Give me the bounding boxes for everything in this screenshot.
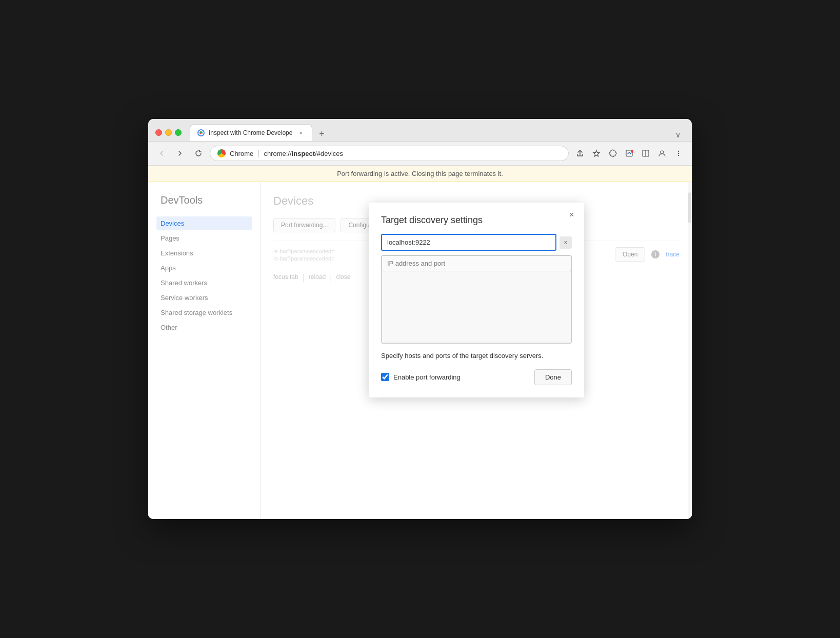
modal-close-button[interactable]: × [566, 209, 578, 221]
modal-footer: Enable port forwarding Done [381, 369, 572, 385]
tab-title: Inspect with Chrome Develope [209, 129, 292, 136]
modal-overlay: Target discovery settings × × Specify ho… [261, 182, 692, 519]
active-tab[interactable]: Inspect with Chrome Develope × [190, 124, 312, 141]
sidebar-toggle-button[interactable] [638, 146, 653, 161]
tab-overflow-button[interactable]: ∨ [671, 129, 685, 141]
address-divider: | [257, 149, 259, 158]
svg-line-4 [629, 152, 631, 154]
tab-favicon [197, 129, 205, 136]
ip-address-input[interactable] [382, 255, 571, 271]
info-bar-message: Port forwarding is active. Closing this … [337, 170, 503, 177]
modal-title: Target discovery settings [381, 215, 572, 226]
devtools-title: DevTools [156, 194, 252, 206]
menu-button[interactable] [671, 146, 686, 161]
traffic-lights [155, 129, 182, 136]
reload-button[interactable] [191, 146, 206, 161]
sidebar-item-devices[interactable]: Devices [156, 216, 252, 230]
tab-bar: Inspect with Chrome Develope × + ∨ [190, 124, 685, 141]
sidebar-item-shared-storage-worklets[interactable]: Shared storage worklets [156, 306, 252, 320]
additional-hosts-area[interactable] [382, 271, 571, 343]
address-bar[interactable]: Chrome | chrome://inspect/#devices [210, 146, 569, 161]
sidebar-item-pages[interactable]: Pages [156, 231, 252, 245]
minimize-window-button[interactable] [165, 129, 172, 136]
address-scheme: Chrome [230, 150, 253, 157]
page-content: DevTools Devices Pages Extensions Apps S… [148, 182, 692, 519]
tab-close-button[interactable]: × [296, 129, 305, 137]
bookmark-button[interactable] [589, 146, 604, 161]
maximize-window-button[interactable] [175, 129, 182, 136]
enable-port-forwarding-text: Enable port forwarding [393, 373, 461, 381]
sidebar-item-extensions[interactable]: Extensions [156, 246, 252, 260]
devtools-indicator[interactable] [622, 146, 636, 161]
svg-marker-1 [593, 150, 599, 156]
close-window-button[interactable] [155, 129, 162, 136]
svg-point-10 [678, 153, 679, 154]
sidebar-item-apps[interactable]: Apps [156, 261, 252, 275]
site-icon [217, 149, 226, 157]
forward-button[interactable] [173, 146, 187, 161]
target-discovery-modal: Target discovery settings × × Specify ho… [369, 203, 584, 397]
svg-point-11 [678, 155, 679, 156]
share-button[interactable] [573, 146, 587, 161]
nav-actions [573, 146, 686, 161]
address-bold: inspect [292, 150, 315, 157]
description-text: Specify hosts and ports of the target di… [381, 351, 572, 361]
profile-button[interactable] [655, 146, 669, 161]
address-url: chrome://inspect/#devices [264, 150, 561, 157]
host-input-row: × [381, 234, 572, 251]
sidebar-item-service-workers[interactable]: Service workers [156, 291, 252, 305]
back-button[interactable] [154, 146, 169, 161]
host-input[interactable] [381, 234, 556, 251]
sidebar: DevTools Devices Pages Extensions Apps S… [148, 182, 261, 519]
host-clear-button[interactable]: × [559, 236, 572, 249]
new-tab-button[interactable]: + [314, 127, 329, 141]
info-bar: Port forwarding is active. Closing this … [148, 166, 692, 182]
svg-point-9 [678, 151, 679, 152]
browser-window: Inspect with Chrome Develope × + ∨ [148, 119, 692, 519]
sidebar-item-shared-workers[interactable]: Shared workers [156, 276, 252, 290]
nav-bar: Chrome | chrome://inspect/#devices [148, 142, 692, 166]
extensions-button[interactable] [606, 146, 620, 161]
enable-port-forwarding-label[interactable]: Enable port forwarding [381, 373, 461, 381]
done-button[interactable]: Done [534, 369, 572, 385]
enable-port-forwarding-checkbox[interactable] [381, 373, 389, 381]
title-bar: Inspect with Chrome Develope × + ∨ [148, 119, 692, 142]
svg-point-8 [661, 151, 664, 154]
sidebar-item-other[interactable]: Other [156, 321, 252, 334]
main-content: Devices Port forwarding... Configure... … [261, 182, 692, 519]
